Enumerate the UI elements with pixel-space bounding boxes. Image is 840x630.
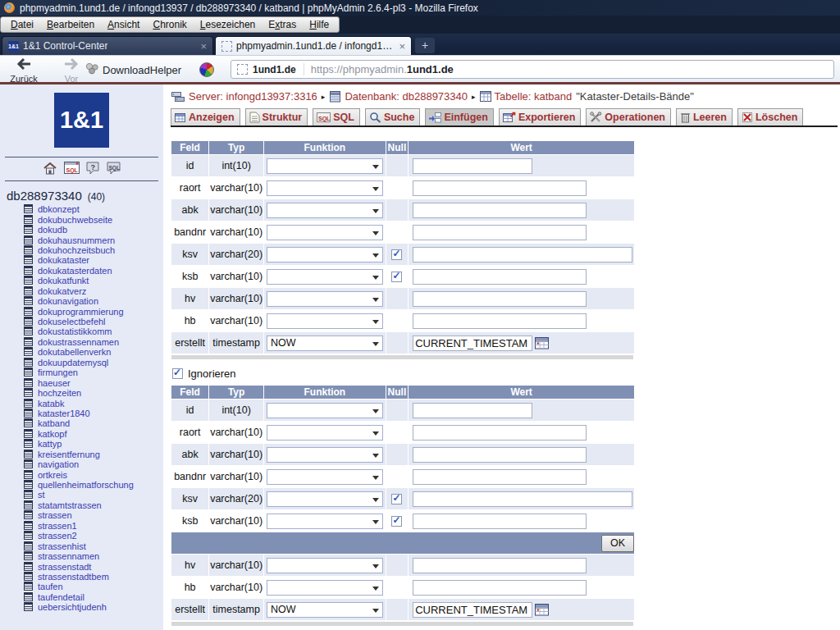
pma-tab-leeren[interactable]: Leeren: [676, 108, 733, 126]
function-select[interactable]: [267, 403, 383, 418]
table-link[interactable]: dokukatverz: [38, 286, 86, 296]
table-link[interactable]: taufendetail: [38, 592, 84, 602]
ignore-checkbox[interactable]: [172, 368, 183, 379]
calendar-icon[interactable]: [535, 604, 550, 616]
table-link[interactable]: dokuupdatemysql: [38, 358, 108, 368]
table-link[interactable]: kataster1840: [38, 409, 90, 418]
value-input[interactable]: [413, 602, 532, 618]
value-input[interactable]: [413, 447, 587, 463]
function-select[interactable]: [267, 580, 383, 596]
table-link[interactable]: dokudb: [38, 225, 67, 235]
value-input[interactable]: [413, 180, 587, 196]
null-checkbox[interactable]: [391, 272, 402, 282]
menu-item-chronik[interactable]: Chronik: [146, 19, 193, 30]
value-input[interactable]: [413, 558, 587, 573]
pma-tab-sql[interactable]: SQLSQL: [313, 108, 360, 126]
pma-tab-einfügen[interactable]: Einfügen: [425, 108, 493, 126]
table-link[interactable]: uebersichtjudenh: [38, 602, 107, 612]
table-link[interactable]: statamtstrassen: [38, 500, 102, 510]
value-input[interactable]: [413, 225, 587, 240]
pma-tab-suche[interactable]: Suche: [365, 108, 421, 126]
pma-tab-exportieren[interactable]: Exportieren: [499, 108, 581, 126]
table-link[interactable]: st: [38, 490, 45, 500]
table-link[interactable]: dokustrassennamen: [38, 337, 119, 347]
table-link[interactable]: strassennamen: [38, 551, 99, 561]
value-input[interactable]: [413, 291, 587, 307]
value-input[interactable]: [413, 403, 532, 418]
function-select[interactable]: [267, 558, 383, 573]
breadcrumb-database[interactable]: Datenbank: db288973340: [345, 90, 468, 103]
help-icon[interactable]: ?: [86, 162, 100, 178]
function-select[interactable]: [267, 425, 383, 441]
url-bar[interactable]: 1und1.de https://phpmyadmin.1und1.de: [231, 60, 834, 79]
table-link[interactable]: quellenheimatforschung: [38, 480, 134, 490]
sql-window-icon[interactable]: SQL: [64, 162, 80, 178]
menu-item-hilfe[interactable]: Hilfe: [303, 19, 336, 30]
table-link[interactable]: strassenhist: [38, 541, 86, 551]
table-link[interactable]: kreisentfernung: [38, 450, 100, 459]
table-link[interactable]: hochzeiten: [38, 388, 81, 398]
new-tab-button[interactable]: +: [415, 38, 435, 53]
value-input[interactable]: [413, 336, 532, 351]
table-link[interactable]: katband: [38, 418, 70, 428]
pma-tab-operationen[interactable]: Operationen: [586, 108, 671, 126]
value-input[interactable]: [413, 269, 587, 285]
pma-tab-löschen[interactable]: Löschen: [737, 108, 803, 126]
function-select[interactable]: [267, 447, 383, 463]
url-text[interactable]: https://phpmyadmin.1und1.de: [311, 63, 454, 75]
table-link[interactable]: katkopf: [38, 429, 66, 439]
value-input[interactable]: [413, 247, 632, 262]
addon-spiral-icon[interactable]: [199, 62, 214, 77]
table-link[interactable]: strassen2: [38, 531, 77, 541]
function-select[interactable]: [267, 180, 383, 196]
menu-item-bearbeiten[interactable]: Bearbeiten: [40, 19, 101, 30]
menu-item-ansicht[interactable]: Ansicht: [101, 19, 146, 30]
downloadhelper-button[interactable]: DownloadHelper: [85, 62, 181, 77]
function-select[interactable]: [267, 491, 383, 507]
table-link[interactable]: dokuhochzeitsbuch: [38, 245, 115, 255]
pma-tab-anzeigen[interactable]: Anzeigen: [171, 108, 240, 126]
table-link[interactable]: dokuprogrammierung: [38, 307, 124, 317]
ok-button[interactable]: OK: [601, 535, 634, 552]
value-input[interactable]: [413, 580, 587, 596]
sql-history-icon[interactable]: SQL: [107, 162, 121, 178]
value-input[interactable]: [413, 469, 587, 485]
function-select[interactable]: [267, 269, 383, 285]
calendar-icon[interactable]: [535, 337, 550, 349]
value-input[interactable]: [413, 313, 587, 329]
table-link[interactable]: dokukatfunkt: [38, 276, 89, 285]
function-select[interactable]: [267, 313, 383, 329]
table-link[interactable]: taufen: [38, 582, 63, 591]
null-checkbox[interactable]: [391, 516, 402, 527]
table-link[interactable]: strassenstadtbem: [38, 572, 109, 582]
pma-tab-struktur[interactable]: Struktur: [245, 108, 308, 126]
database-name-heading[interactable]: db288973340(40): [7, 189, 105, 203]
function-select[interactable]: NOW: [267, 336, 383, 351]
tab-close-icon[interactable]: ×: [200, 40, 207, 52]
table-link[interactable]: dokuhausnummern: [38, 235, 115, 245]
table-link[interactable]: dokutabellenverkn: [38, 347, 111, 357]
table-link[interactable]: strassen1: [38, 521, 77, 531]
home-icon[interactable]: [43, 162, 57, 178]
function-select[interactable]: NOW: [267, 602, 383, 618]
table-link[interactable]: dokustatistikkomm: [38, 326, 112, 336]
table-link[interactable]: navigation: [38, 459, 79, 469]
menu-item-datei[interactable]: Datei: [4, 19, 40, 30]
function-select[interactable]: [267, 469, 383, 485]
table-link[interactable]: dbkonzept: [38, 204, 80, 214]
table-link[interactable]: katabk: [38, 399, 64, 409]
value-input[interactable]: [413, 203, 587, 218]
table-link[interactable]: dokunavigation: [38, 296, 98, 306]
function-select[interactable]: [267, 514, 383, 529]
function-select[interactable]: [267, 225, 383, 240]
menu-item-extras[interactable]: Extras: [262, 19, 303, 30]
table-link[interactable]: strassenstadt: [38, 562, 91, 572]
function-select[interactable]: [267, 203, 383, 218]
breadcrumb-server[interactable]: Server: infongd13937:3316: [189, 90, 317, 103]
table-link[interactable]: kattyp: [38, 439, 62, 449]
tab-close-icon[interactable]: ×: [399, 40, 405, 52]
back-button[interactable]: Zurück: [3, 57, 44, 85]
null-checkbox[interactable]: [391, 494, 402, 504]
table-link[interactable]: strassen: [38, 510, 72, 520]
value-input[interactable]: [413, 491, 632, 507]
